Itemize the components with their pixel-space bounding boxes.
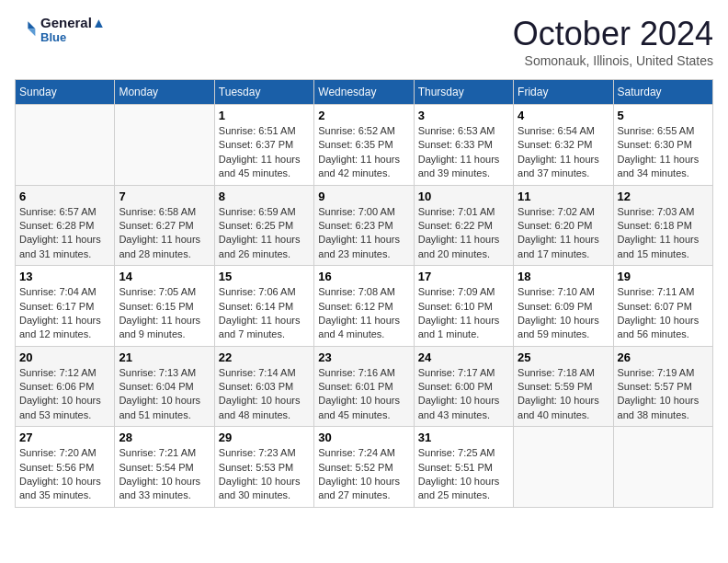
calendar-week-row: 27Sunrise: 7:20 AM Sunset: 5:56 PM Dayli…: [16, 427, 713, 508]
day-number: 15: [219, 270, 310, 283]
title-area: October 2024 Somonauk, Illinois, United …: [513, 15, 713, 68]
day-number: 19: [618, 270, 709, 283]
day-number: 8: [219, 190, 310, 203]
calendar-cell: 6Sunrise: 6:57 AM Sunset: 6:28 PM Daylig…: [16, 185, 115, 266]
calendar-cell: 9Sunrise: 7:00 AM Sunset: 6:23 PM Daylig…: [314, 185, 414, 266]
day-info: Sunrise: 7:21 AM Sunset: 5:54 PM Dayligh…: [119, 446, 210, 503]
day-number: 30: [318, 431, 409, 444]
calendar-cell: [16, 105, 115, 186]
weekday-header: Thursday: [414, 80, 513, 105]
day-number: 22: [219, 350, 310, 364]
day-number: 20: [19, 350, 110, 364]
day-info: Sunrise: 7:05 AM Sunset: 6:15 PM Dayligh…: [119, 285, 210, 342]
svg-marker-1: [28, 29, 35, 36]
day-number: 27: [19, 431, 110, 444]
day-info: Sunrise: 6:58 AM Sunset: 6:27 PM Dayligh…: [119, 205, 210, 262]
calendar-cell: 13Sunrise: 7:04 AM Sunset: 6:17 PM Dayli…: [16, 266, 115, 347]
logo: General▲ Blue: [15, 15, 106, 44]
calendar-cell: 29Sunrise: 7:23 AM Sunset: 5:53 PM Dayli…: [214, 427, 313, 508]
calendar-cell: 25Sunrise: 7:18 AM Sunset: 5:59 PM Dayli…: [514, 346, 613, 427]
calendar-cell: 24Sunrise: 7:17 AM Sunset: 6:00 PM Dayli…: [414, 346, 513, 427]
calendar-cell: [514, 427, 613, 508]
calendar-cell: 20Sunrise: 7:12 AM Sunset: 6:06 PM Dayli…: [16, 346, 115, 427]
calendar-cell: 27Sunrise: 7:20 AM Sunset: 5:56 PM Dayli…: [16, 427, 115, 508]
calendar-cell: 10Sunrise: 7:01 AM Sunset: 6:22 PM Dayli…: [414, 185, 513, 266]
day-number: 5: [618, 109, 709, 122]
calendar-cell: 22Sunrise: 7:14 AM Sunset: 6:03 PM Dayli…: [214, 346, 313, 427]
day-number: 14: [119, 270, 210, 283]
day-info: Sunrise: 7:24 AM Sunset: 5:52 PM Dayligh…: [318, 446, 409, 503]
day-number: 23: [318, 350, 409, 364]
logo-text: General▲ Blue: [40, 15, 106, 44]
day-info: Sunrise: 7:09 AM Sunset: 6:10 PM Dayligh…: [418, 285, 509, 342]
day-number: 12: [618, 190, 709, 203]
calendar-cell: 23Sunrise: 7:16 AM Sunset: 6:01 PM Dayli…: [314, 346, 414, 427]
calendar-cell: 3Sunrise: 6:53 AM Sunset: 6:33 PM Daylig…: [414, 105, 513, 186]
weekday-header: Tuesday: [214, 80, 313, 105]
day-info: Sunrise: 7:11 AM Sunset: 6:07 PM Dayligh…: [618, 285, 709, 342]
month-title: October 2024: [513, 15, 713, 53]
day-info: Sunrise: 7:13 AM Sunset: 6:04 PM Dayligh…: [119, 366, 210, 423]
calendar-cell: [115, 105, 214, 186]
day-info: Sunrise: 7:10 AM Sunset: 6:09 PM Dayligh…: [518, 285, 609, 342]
calendar-table: SundayMondayTuesdayWednesdayThursdayFrid…: [15, 79, 713, 508]
day-number: 25: [518, 350, 609, 364]
day-info: Sunrise: 6:51 AM Sunset: 6:37 PM Dayligh…: [219, 124, 310, 181]
day-info: Sunrise: 7:19 AM Sunset: 5:57 PM Dayligh…: [618, 366, 709, 423]
calendar-cell: 26Sunrise: 7:19 AM Sunset: 5:57 PM Dayli…: [613, 346, 712, 427]
calendar-week-row: 20Sunrise: 7:12 AM Sunset: 6:06 PM Dayli…: [16, 346, 713, 427]
svg-marker-0: [28, 21, 35, 29]
weekday-header: Wednesday: [314, 80, 414, 105]
day-info: Sunrise: 7:00 AM Sunset: 6:23 PM Dayligh…: [318, 205, 409, 262]
day-info: Sunrise: 6:59 AM Sunset: 6:25 PM Dayligh…: [219, 205, 310, 262]
day-number: 4: [518, 109, 609, 122]
calendar-cell: 31Sunrise: 7:25 AM Sunset: 5:51 PM Dayli…: [414, 427, 513, 508]
weekday-header: Saturday: [613, 80, 712, 105]
calendar-cell: 2Sunrise: 6:52 AM Sunset: 6:35 PM Daylig…: [314, 105, 414, 186]
day-info: Sunrise: 6:52 AM Sunset: 6:35 PM Dayligh…: [318, 124, 409, 181]
day-number: 16: [318, 270, 409, 283]
day-number: 29: [219, 431, 310, 444]
calendar-cell: 8Sunrise: 6:59 AM Sunset: 6:25 PM Daylig…: [214, 185, 313, 266]
calendar-cell: 15Sunrise: 7:06 AM Sunset: 6:14 PM Dayli…: [214, 266, 313, 347]
day-number: 31: [418, 431, 509, 444]
day-info: Sunrise: 6:55 AM Sunset: 6:30 PM Dayligh…: [618, 124, 709, 181]
day-number: 10: [418, 190, 509, 203]
day-info: Sunrise: 7:01 AM Sunset: 6:22 PM Dayligh…: [418, 205, 509, 262]
calendar-cell: [613, 427, 712, 508]
day-info: Sunrise: 7:02 AM Sunset: 6:20 PM Dayligh…: [518, 205, 609, 262]
day-number: 6: [19, 190, 110, 203]
day-number: 3: [418, 109, 509, 122]
day-number: 1: [219, 109, 310, 122]
day-info: Sunrise: 6:54 AM Sunset: 6:32 PM Dayligh…: [518, 124, 609, 181]
calendar-cell: 1Sunrise: 6:51 AM Sunset: 6:37 PM Daylig…: [214, 105, 313, 186]
day-info: Sunrise: 7:17 AM Sunset: 6:00 PM Dayligh…: [418, 366, 509, 423]
weekday-header-row: SundayMondayTuesdayWednesdayThursdayFrid…: [16, 80, 713, 105]
logo-icon: [15, 18, 37, 40]
day-number: 7: [119, 190, 210, 203]
calendar-cell: 17Sunrise: 7:09 AM Sunset: 6:10 PM Dayli…: [414, 266, 513, 347]
calendar-week-row: 6Sunrise: 6:57 AM Sunset: 6:28 PM Daylig…: [16, 185, 713, 266]
calendar-cell: 21Sunrise: 7:13 AM Sunset: 6:04 PM Dayli…: [115, 346, 214, 427]
day-info: Sunrise: 7:08 AM Sunset: 6:12 PM Dayligh…: [318, 285, 409, 342]
weekday-header: Sunday: [16, 80, 115, 105]
calendar-cell: 11Sunrise: 7:02 AM Sunset: 6:20 PM Dayli…: [514, 185, 613, 266]
weekday-header: Monday: [115, 80, 214, 105]
day-info: Sunrise: 7:18 AM Sunset: 5:59 PM Dayligh…: [518, 366, 609, 423]
day-info: Sunrise: 7:03 AM Sunset: 6:18 PM Dayligh…: [618, 205, 709, 262]
day-number: 17: [418, 270, 509, 283]
day-info: Sunrise: 7:20 AM Sunset: 5:56 PM Dayligh…: [19, 446, 110, 503]
calendar-week-row: 13Sunrise: 7:04 AM Sunset: 6:17 PM Dayli…: [16, 266, 713, 347]
day-number: 21: [119, 350, 210, 364]
day-number: 2: [318, 109, 409, 122]
day-number: 28: [119, 431, 210, 444]
page-header: General▲ Blue October 2024 Somonauk, Ill…: [15, 15, 713, 68]
day-number: 9: [318, 190, 409, 203]
day-number: 24: [418, 350, 509, 364]
day-info: Sunrise: 7:12 AM Sunset: 6:06 PM Dayligh…: [19, 366, 110, 423]
calendar-cell: 5Sunrise: 6:55 AM Sunset: 6:30 PM Daylig…: [613, 105, 712, 186]
calendar-cell: 7Sunrise: 6:58 AM Sunset: 6:27 PM Daylig…: [115, 185, 214, 266]
day-number: 26: [618, 350, 709, 364]
day-number: 11: [518, 190, 609, 203]
day-info: Sunrise: 7:25 AM Sunset: 5:51 PM Dayligh…: [418, 446, 509, 503]
